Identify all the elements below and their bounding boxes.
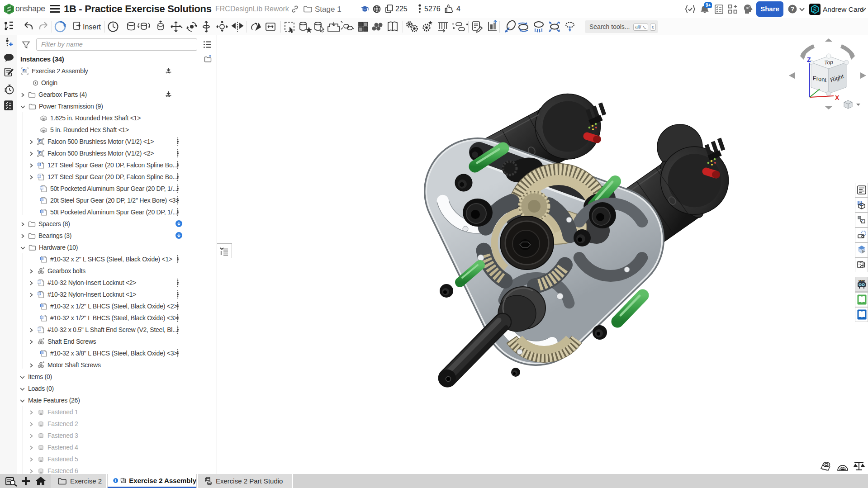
svg-text:Insert: Insert (83, 23, 101, 31)
svg-text:Top: Top (824, 59, 834, 66)
svg-text:Z: Z (807, 56, 811, 63)
svg-text:X: X (835, 94, 840, 101)
svg-text:?: ? (791, 5, 795, 13)
